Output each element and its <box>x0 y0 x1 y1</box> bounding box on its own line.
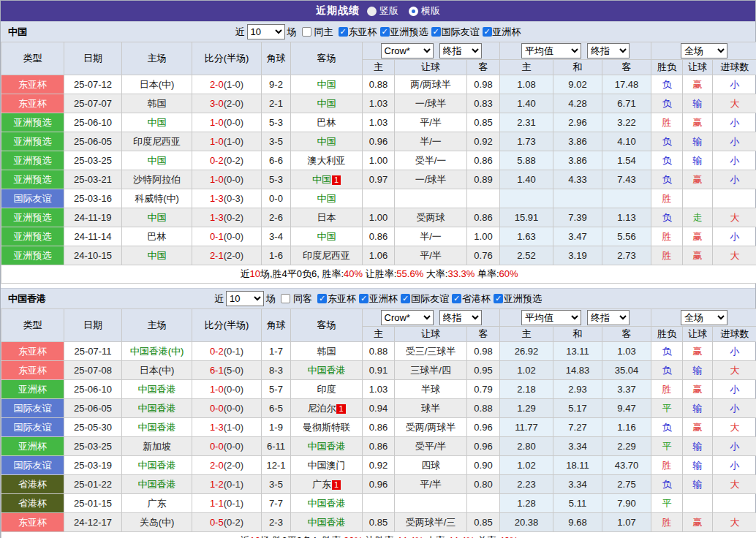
home-team: 关岛(中) <box>140 517 175 528</box>
league-filter[interactable]: ✓国际友谊 <box>428 26 480 39</box>
col-score: 比分(半场) <box>192 42 262 75</box>
match-row: 亚洲预选25-06-10中国1-0(0-0)5-3巴林1.03平/半0.852.… <box>1 113 756 132</box>
sub-col-away-odds: 客 <box>467 60 500 75</box>
away-cell: 中国香港 <box>291 494 363 513</box>
odds-away: 0.88 <box>467 399 500 418</box>
league-filter[interactable]: ✓省港杯 <box>449 292 491 306</box>
type-cell: 亚洲预选 <box>1 132 64 151</box>
avg-draw: 9.02 <box>553 75 602 94</box>
league-filter[interactable]: ✓国际友谊 <box>398 292 449 306</box>
league-filter[interactable]: ✓东亚杯 <box>336 26 377 39</box>
away-team: 广东 <box>312 479 331 490</box>
odds-away: 0.76 <box>467 246 500 265</box>
recent-results-panel: 近期战绩 竖版 横版 中国 近 10 场 同主 ✓东亚杯✓亚洲预选✓国际友谊✓亚… <box>0 0 756 538</box>
result-winloss: 胜 <box>651 513 683 532</box>
average-select[interactable]: 平均值 <box>521 43 581 58</box>
final-odds-select[interactable]: 终指 <box>439 43 482 58</box>
avg-draw: 13.11 <box>553 342 602 361</box>
result-goals: 小 <box>713 113 756 132</box>
home-cell: 中国香港 <box>122 399 192 418</box>
final-avg-select[interactable]: 终指 <box>587 310 630 325</box>
checkbox-checked-icon[interactable]: ✓ <box>494 294 503 303</box>
odds-away: 0.98 <box>467 75 500 94</box>
home-cell: 日本(中) <box>122 75 192 94</box>
league-filter[interactable]: ✓亚洲杯 <box>356 292 398 306</box>
radio-selected-icon[interactable] <box>409 7 418 16</box>
checkbox-unchecked-icon[interactable] <box>281 294 290 303</box>
odds-home: 0.91 <box>363 361 395 380</box>
checkbox-checked-icon[interactable]: ✓ <box>431 27 441 37</box>
match-row: 亚洲预选24-10-15中国2-1(2-0)1-6印度尼西亚1.06平/半0.7… <box>1 246 756 265</box>
result-winloss: 负 <box>651 75 683 94</box>
away-team: 中国 <box>317 98 336 109</box>
league-filter[interactable]: ✓亚洲预选 <box>491 292 542 306</box>
result-winloss: 胜 <box>651 380 683 399</box>
result-winloss: 胜 <box>651 456 683 475</box>
odds-home: 0.92 <box>363 456 395 475</box>
home-cell: 巴林 <box>122 227 192 246</box>
checkbox-checked-icon[interactable]: ✓ <box>452 294 461 303</box>
away-team: 日本 <box>317 212 336 223</box>
checkbox-unchecked-icon[interactable] <box>302 27 311 37</box>
near-label: 近 <box>214 292 224 306</box>
fulltime-select[interactable]: 全场 <box>681 310 727 325</box>
result-goals: 大 <box>713 475 756 494</box>
odds-group-header: Crow* 终指 <box>363 42 500 60</box>
checkbox-checked-icon[interactable]: ✓ <box>339 27 348 37</box>
final-odds-select[interactable]: 终指 <box>439 310 482 325</box>
home-team: 中国香港 <box>138 384 176 395</box>
away-cell: 中国1 <box>291 170 363 189</box>
match-count-select[interactable]: 10 <box>226 291 264 306</box>
radio-horizontal-layout[interactable]: 横版 <box>409 4 440 18</box>
avg-draw: 4.28 <box>553 94 602 113</box>
fulltime-select[interactable]: 全场 <box>681 43 727 58</box>
home-cell: 新加坡 <box>122 437 192 456</box>
score-cell: 0-1(0-0) <box>192 227 262 246</box>
away-team: 中国 <box>317 193 336 204</box>
final-avg-select[interactable]: 终指 <box>587 43 630 58</box>
league-filter[interactable]: ✓亚洲预选 <box>377 26 428 39</box>
odds-home: 0.97 <box>363 170 395 189</box>
date-cell: 25-03-19 <box>64 456 122 475</box>
odds-handicap: 受半/一 <box>395 151 467 170</box>
home-cell: 中国 <box>122 151 192 170</box>
radio-unselected-icon[interactable] <box>367 7 377 16</box>
home-team: 新加坡 <box>143 441 171 452</box>
radio-vertical-layout[interactable]: 竖版 <box>367 4 398 18</box>
avg-draw: 7.39 <box>553 208 602 227</box>
away-cell: 中国 <box>291 132 363 151</box>
league-filter[interactable]: ✓东亚杯 <box>314 292 356 306</box>
checkbox-checked-icon[interactable]: ✓ <box>401 294 410 303</box>
league-filter[interactable]: ✓亚洲杯 <box>480 26 521 39</box>
summary-part: 近 <box>240 268 249 279</box>
type-cell: 国际友谊 <box>1 456 64 475</box>
avg-draw: 3.86 <box>553 132 602 151</box>
corner-cell: 9-2 <box>262 75 291 94</box>
checkbox-checked-icon[interactable]: ✓ <box>483 27 492 37</box>
checkbox-checked-icon[interactable]: ✓ <box>317 294 327 303</box>
away-team: 曼彻斯特联 <box>303 422 350 433</box>
section-header-china: 中国 近 10 场 同主 ✓东亚杯✓亚洲预选✓国际友谊✓亚洲杯 <box>1 21 755 42</box>
home-cell: 中国 <box>122 113 192 132</box>
avg-group-header: 平均值 终指 <box>500 309 651 327</box>
away-cell: 中国澳门 <box>291 456 363 475</box>
avg-home: 1.40 <box>500 170 553 189</box>
checkbox-checked-icon[interactable]: ✓ <box>359 294 368 303</box>
section-header-hongkong: 中国香港 近 10 场 同客 ✓东亚杯✓亚洲杯✓国际友谊✓省港杯✓亚洲预选 <box>1 288 755 308</box>
bookmaker-select[interactable]: Crow* <box>381 43 434 58</box>
match-row: 国际友谊25-05-30中国香港1-3(1-0)1-9曼彻斯特联0.86受两/两… <box>1 418 756 437</box>
corner-cell: 3-4 <box>262 227 291 246</box>
average-select[interactable]: 平均值 <box>521 310 581 325</box>
avg-draw: 2.96 <box>553 113 602 132</box>
bookmaker-select[interactable]: Crow* <box>381 310 434 325</box>
result-handicap: 赢 <box>683 75 713 94</box>
match-count-select[interactable]: 10 <box>247 24 285 39</box>
avg-draw: 3.34 <box>553 475 602 494</box>
sub-col-avg-home: 主 <box>500 60 553 75</box>
result-goals: 小 <box>713 342 756 361</box>
checkbox-checked-icon[interactable]: ✓ <box>380 27 390 37</box>
home-team: 中国 <box>148 155 167 166</box>
avg-home: 26.92 <box>500 342 553 361</box>
odds-home: 0.88 <box>363 342 395 361</box>
odds-handicap: 四球 <box>395 456 467 475</box>
